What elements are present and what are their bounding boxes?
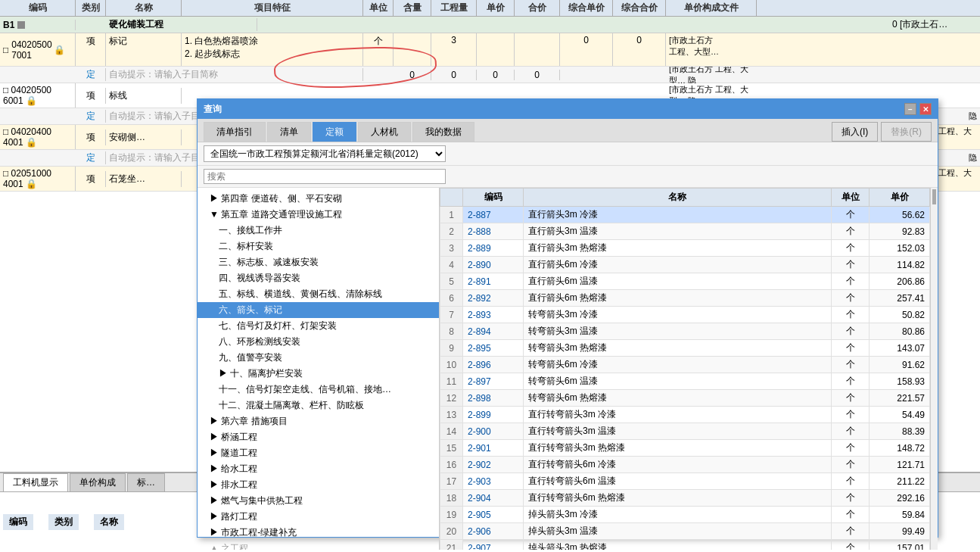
col-header-comp-price: 综合单价 [560, 0, 613, 16]
tab-danjia[interactable]: 单价构成 [70, 473, 126, 491]
row1-code: □ 040205007001 🔒 [0, 33, 76, 66]
result-row[interactable]: 19 2-905 掉头箭头3m 冷漆 个 59.84 [440, 507, 930, 523]
b1-file-cell: 0 [市政土石… [889, 18, 980, 31]
result-row[interactable]: 7 2-893 转弯箭头3m 冷漆 个 50.82 [440, 307, 930, 323]
tree-arrow: ▼ [210, 209, 221, 220]
result-row[interactable]: 6 2-892 直行箭头6m 热熔漆 个 257.41 [440, 290, 930, 307]
row1-unit: 个 [363, 33, 394, 66]
tree-item[interactable]: 九、值警亭安装 [198, 350, 439, 366]
col-name-header: 名称 [524, 189, 832, 207]
row1-file: [市政土石方工程、大型… [666, 33, 757, 66]
tab-rencaiji[interactable]: 人材机 [358, 122, 411, 142]
cell-num: 5 [440, 273, 463, 290]
cell-num: 17 [440, 473, 463, 490]
cell-price: 221.57 [870, 390, 930, 407]
tree-item[interactable]: ▼ 第五章 道路交通管理设施工程 [198, 207, 439, 223]
tree-item[interactable]: ▶ 市政工程-绿建补充 [198, 525, 439, 541]
cell-num: 9 [440, 340, 463, 357]
row2-type: 项 [76, 88, 106, 104]
cell-name: 掉头箭头3m 温漆 [524, 523, 832, 540]
cell-code: 2-894 [463, 323, 524, 340]
cell-num: 4 [440, 257, 463, 273]
row1-type: 项 [76, 33, 106, 66]
tree-item[interactable]: ▶ 第六章 措施项目 [198, 413, 439, 429]
tree-item[interactable]: ▶ 路灯工程 [198, 509, 439, 525]
result-row[interactable]: 20 2-906 掉头箭头3m 温漆 个 99.49 [440, 523, 930, 540]
tree-item[interactable]: 八、环形检测线安装 [198, 334, 439, 350]
cell-unit: 个 [832, 290, 870, 307]
result-row[interactable]: 16 2-902 直行转弯箭头6m 冷漆 个 121.71 [440, 457, 930, 473]
rowdef1-qty: 0 [394, 70, 431, 80]
tree-item[interactable]: ▶ 第四章 便道砖、侧、平石安砌 [198, 191, 439, 207]
result-row[interactable]: 18 2-904 直行转弯箭头6m 热熔漆 个 292.16 [440, 490, 930, 507]
tree-item[interactable]: 三、标志板、减速板安装 [198, 254, 439, 270]
replace-button[interactable]: 替换(R) [881, 122, 932, 142]
tree-item[interactable]: ▶ 隧道工程 [198, 445, 439, 461]
tree-item[interactable]: 五、标线、横道线、黄侧石线、清除标线 [198, 286, 439, 302]
cell-name: 转弯箭头3m 热熔漆 [524, 340, 832, 357]
result-row[interactable]: 1 2-887 直行箭头3m 冷漆 个 56.62 [440, 207, 930, 223]
result-table: 编码 名称 单位 单价 1 2-887 直行箭头3m 冷漆 个 56.62 2 … [440, 188, 930, 550]
cell-unit: 个 [832, 373, 870, 390]
cell-price: 158.93 [870, 373, 930, 390]
result-row[interactable]: 11 2-897 转弯箭头6m 温漆 个 158.93 [440, 373, 930, 390]
cell-name: 直行转弯箭头3m 冷漆 [524, 407, 832, 423]
result-row[interactable]: 13 2-899 直行转弯箭头3m 冷漆 个 54.49 [440, 407, 930, 423]
tree-item[interactable]: 十一、信号灯架空走线、信号机箱、接地… [198, 382, 439, 398]
bottom-col-type: 类别 [48, 514, 79, 530]
tree-item[interactable]: ▶ 排水工程 [198, 477, 439, 493]
tree-item[interactable]: 一、接线工作井 [198, 223, 439, 239]
result-row[interactable]: 8 2-894 转弯箭头3m 温漆 个 80.86 [440, 323, 930, 340]
tree-item[interactable]: 二、标杆安装 [198, 239, 439, 254]
cell-name: 转弯箭头3m 冷漆 [524, 307, 832, 323]
tree-item[interactable]: ▶ 燃气与集中供热工程 [198, 493, 439, 509]
result-row[interactable]: 9 2-895 转弯箭头3m 热熔漆 个 143.07 [440, 340, 930, 357]
cell-price: 88.39 [870, 423, 930, 440]
result-row[interactable]: 4 2-890 直行箭头6m 冷漆 个 114.82 [440, 257, 930, 273]
cell-num: 14 [440, 423, 463, 440]
tree-item[interactable]: 十二、混凝土隔离墩、栏杆、防眩板 [198, 398, 439, 413]
cell-unit: 个 [832, 423, 870, 440]
cell-name: 掉头箭头3m 热熔漆 [524, 540, 832, 550]
tab-dinge[interactable]: 定额 [313, 122, 356, 142]
result-scrollbar[interactable] [930, 188, 938, 550]
scrollbar-thumb[interactable] [932, 189, 936, 204]
result-row[interactable]: 5 2-891 直行箭头6m 温漆 个 206.86 [440, 273, 930, 290]
search-input[interactable] [204, 169, 446, 184]
tree-item[interactable]: ▲ 之工程 [198, 541, 439, 550]
cell-price: 91.62 [870, 357, 930, 373]
result-row[interactable]: 14 2-900 直行转弯箭头3m 温漆 个 88.39 [440, 423, 930, 440]
result-row[interactable]: 15 2-901 直行转弯箭头3m 热熔漆 个 148.72 [440, 440, 930, 457]
dialog-minimize-button[interactable]: − [904, 103, 916, 115]
result-row[interactable]: 17 2-903 直行转弯箭头6m 温漆 个 211.22 [440, 473, 930, 490]
result-row[interactable]: 12 2-898 转弯箭头6m 热熔漆 个 221.57 [440, 390, 930, 407]
cell-unit: 个 [832, 540, 870, 550]
insert-button[interactable]: 插入(I) [832, 122, 878, 142]
cell-unit: 个 [832, 323, 870, 340]
tab-gongliaji[interactable]: 工料机显示 [3, 473, 68, 491]
cell-name: 直行转弯箭头6m 温漆 [524, 473, 832, 490]
row1-comp-price: 0 [560, 33, 613, 66]
result-row[interactable]: 21 2-907 掉头箭头3m 热熔漆 个 157.01 [440, 540, 930, 550]
tree-item[interactable]: 七、信号灯及灯杆、灯架安装 [198, 318, 439, 334]
ding-e-dropdown[interactable]: 全国统一市政工程预算定额河北省消耗量定额(2012) [204, 145, 446, 162]
tree-item[interactable]: ▶ 十、隔离护栏安装 [198, 366, 439, 382]
tree-item[interactable]: 四、视线诱导器安装 [198, 270, 439, 286]
tab-qingdan-zhiyin[interactable]: 清单指引 [204, 122, 266, 142]
result-row[interactable]: 10 2-896 转弯箭头6m 冷漆 个 91.62 [440, 357, 930, 373]
tab-wode-shuju[interactable]: 我的数据 [412, 122, 474, 142]
cell-unit: 个 [832, 223, 870, 240]
cell-code: 2-907 [463, 540, 524, 550]
row1-name: 标记 [106, 33, 182, 66]
tab-qingdan[interactable]: 清单 [267, 122, 311, 142]
tree-item-active[interactable]: 六、箭头、标记 [198, 302, 439, 318]
cell-name: 直行箭头3m 热熔漆 [524, 240, 832, 257]
tree-panel: ▶ 第四章 便道砖、侧、平石安砌 ▼ 第五章 道路交通管理设施工程 一、接线工作… [198, 188, 440, 550]
tab-biao[interactable]: 标… [127, 473, 165, 491]
cell-unit: 个 [832, 307, 870, 323]
tree-item[interactable]: ▶ 给水工程 [198, 461, 439, 477]
result-row[interactable]: 2 2-888 直行箭头3m 温漆 个 92.83 [440, 223, 930, 240]
dialog-close-button[interactable]: ✕ [919, 103, 932, 115]
tree-item[interactable]: ▶ 桥涵工程 [198, 429, 439, 445]
result-row[interactable]: 3 2-889 直行箭头3m 热熔漆 个 152.03 [440, 240, 930, 257]
